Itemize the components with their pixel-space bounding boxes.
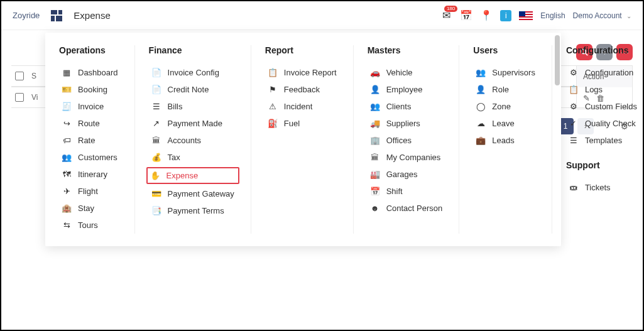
menu-col-finance: Finance 📄Invoice Config📄Credit Note☰Bill… [135,45,251,234]
menu-item-bills[interactable]: ☰Bills [149,98,237,115]
menu-item-logs[interactable]: 📋Logs [566,81,640,98]
stay-icon: 🏨 [62,203,72,213]
menu-item-booking[interactable]: 🎫Booking [59,81,121,98]
menu-item-invoice-report[interactable]: 📋Invoice Report [265,64,339,81]
menu-item-tax[interactable]: 💰Tax [149,149,237,166]
menu-item-my-companies[interactable]: 🏛My Companies [368,149,445,166]
menu-item-tours[interactable]: ⇆Tours [59,217,121,234]
garages-icon: 🏭 [370,170,380,179]
menu-item-payment-made[interactable]: ↗Payment Made [149,115,237,132]
menu-item-accounts[interactable]: 🏛Accounts [149,132,237,149]
language-selector[interactable]: English [540,11,565,20]
flag-icon[interactable] [519,11,533,20]
select-all-checkbox[interactable] [15,72,24,80]
inbox-icon[interactable]: ✉ 180 [440,9,452,22]
menu-item-label: Incident [284,102,313,111]
menu-item-label: Shift [386,187,403,196]
menu-item-label: Feedback [284,85,320,94]
menu-item-label: Rate [78,136,95,145]
menu-item-label: Customers [78,153,117,162]
menu-item-contact-person[interactable]: ☻Contact Person [368,200,445,217]
brand-link[interactable]: Zoyride [13,11,40,20]
menu-item-label: Garages [386,170,418,179]
menu-item-stay[interactable]: 🏨Stay [59,200,121,217]
menu-item-flight[interactable]: ✈Flight [59,183,121,200]
menu-col-config: Configurations ⚙Configuration📋Logs⚙Custo… [552,45,644,234]
menu-item-rate[interactable]: 🏷Rate [59,132,121,149]
menu-item-leads[interactable]: 💼Leads [473,132,538,149]
menu-item-label: Bills [168,102,183,111]
invoice-icon: 🧾 [62,102,72,111]
supervisors-icon: 👥 [476,68,486,77]
menu-item-itinerary[interactable]: 🗺Itinerary [59,166,121,183]
leave-icon: ☁ [476,119,486,128]
menu-item-label: Logs [585,85,603,94]
menu-item-role[interactable]: 👤Role [473,81,538,98]
row-checkbox[interactable] [15,93,24,102]
menu-item-label: Credit Note [168,85,209,94]
payment-terms-icon: 📑 [151,206,161,215]
menu-item-suppliers[interactable]: 🚚Suppliers [368,115,445,132]
menu-item-label: Dashboard [78,68,118,77]
booking-icon: 🎫 [62,85,72,94]
menu-item-shift[interactable]: 📅Shift [368,183,445,200]
account-label: Demo Account [573,11,622,20]
menu-col-masters: Masters 🚗Vehicle👤Employee👥Clients🚚Suppli… [354,45,460,234]
info-icon[interactable]: i [500,10,511,21]
menu-item-credit-note[interactable]: 📄Credit Note [149,81,237,98]
tours-icon: ⇆ [62,220,72,230]
menu-item-label: Invoice Config [168,68,219,77]
clients-icon: 👥 [370,102,380,111]
route-icon: ↪ [62,119,72,128]
menu-item-dashboard[interactable]: ▦Dashboard [59,64,121,81]
incident-icon: ⚠ [268,102,278,111]
menu-item-label: Suppliers [386,119,420,128]
menu-item-fuel[interactable]: ⛽Fuel [265,115,339,132]
menu-item-leave[interactable]: ☁Leave [473,115,538,132]
menu-item-employee[interactable]: 👤Employee [368,81,445,98]
map-pin-icon[interactable]: 📍 [480,9,493,22]
menu-item-templates[interactable]: ☰Templates [566,132,640,149]
credit-note-icon: 📄 [151,85,161,94]
menu-item-tickets[interactable]: 🎟Tickets [566,179,640,196]
menu-item-feedback[interactable]: ⚑Feedback [265,81,339,98]
menu-item-vehicle[interactable]: 🚗Vehicle [368,64,445,81]
menu-item-label: Booking [78,85,107,94]
menu-item-clients[interactable]: 👥Clients [368,98,445,115]
menu-col-report: Report 📋Invoice Report⚑Feedback⚠Incident… [251,45,354,234]
flight-icon: ✈ [62,187,72,196]
custom-fields-icon: ⚙ [569,102,579,111]
menu-item-payment-gateway[interactable]: 💳Payment Gateway [149,185,237,202]
menu-item-incident[interactable]: ⚠Incident [265,98,339,115]
menu-item-supervisors[interactable]: 👥Supervisors [473,64,538,81]
menu-item-zone[interactable]: ◯Zone [473,98,538,115]
menu-item-quality-check[interactable]: ✓Quality Check [566,115,640,132]
account-menu[interactable]: Demo Account ⌄ [573,11,631,20]
menu-item-label: Flight [78,187,98,196]
menu-item-customers[interactable]: 👥Customers [59,149,121,166]
expense-icon: ✋ [150,171,160,180]
menu-item-label: Leads [492,136,514,145]
shift-icon: 📅 [370,187,380,196]
tickets-icon: 🎟 [569,183,579,192]
menu-title-report: Report [265,45,339,55]
menu-item-offices[interactable]: 🏢Offices [368,132,445,149]
menu-item-label: Supervisors [492,68,535,77]
menu-item-route[interactable]: ↪Route [59,115,121,132]
menu-item-custom-fields[interactable]: ⚙Custom Fields [566,98,640,115]
menu-item-label: Invoice Report [284,68,337,77]
calendar-icon[interactable]: 📅 [460,9,472,22]
menu-item-expense[interactable]: ✋Expense [146,167,239,184]
payment-made-icon: ↗ [151,119,161,128]
menu-title-masters: Masters [368,45,445,55]
menu-item-label: Tours [78,220,98,230]
menu-item-invoice-config[interactable]: 📄Invoice Config [149,64,237,81]
apps-grid-icon[interactable] [51,10,62,21]
menu-item-invoice[interactable]: 🧾Invoice [59,98,121,115]
bills-icon: ☰ [151,102,161,111]
menu-item-label: My Companies [386,153,441,162]
menu-item-payment-terms[interactable]: 📑Payment Terms [149,202,237,219]
menu-scrollbar[interactable] [555,35,560,85]
menu-item-configuration[interactable]: ⚙Configuration [566,64,640,81]
menu-item-garages[interactable]: 🏭Garages [368,166,445,183]
